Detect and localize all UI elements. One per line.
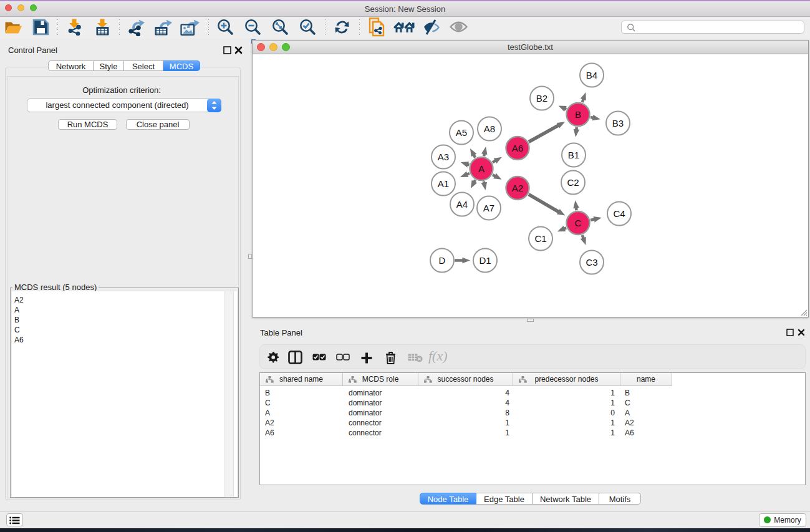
svg-text:A7: A7 — [483, 203, 494, 213]
svg-text:A5: A5 — [456, 127, 467, 138]
svg-text:B4: B4 — [586, 70, 597, 80]
svg-text:A3: A3 — [438, 152, 449, 162]
svg-text:C: C — [575, 218, 582, 228]
svg-text:D1: D1 — [479, 255, 491, 266]
svg-text:D: D — [439, 255, 446, 266]
svg-text:C1: C1 — [534, 233, 546, 244]
svg-text:A2: A2 — [512, 183, 523, 193]
svg-text:B2: B2 — [536, 93, 547, 104]
svg-text:A4: A4 — [456, 199, 468, 210]
svg-text:A6: A6 — [512, 143, 523, 153]
svg-text:B1: B1 — [568, 150, 579, 160]
svg-text:B3: B3 — [612, 118, 624, 128]
svg-text:A1: A1 — [438, 178, 449, 189]
svg-text:A: A — [478, 163, 485, 174]
svg-text:B: B — [575, 109, 581, 120]
svg-text:C2: C2 — [567, 177, 579, 188]
svg-text:A8: A8 — [484, 123, 495, 134]
svg-text:C3: C3 — [586, 257, 597, 268]
svg-text:C4: C4 — [613, 208, 625, 219]
